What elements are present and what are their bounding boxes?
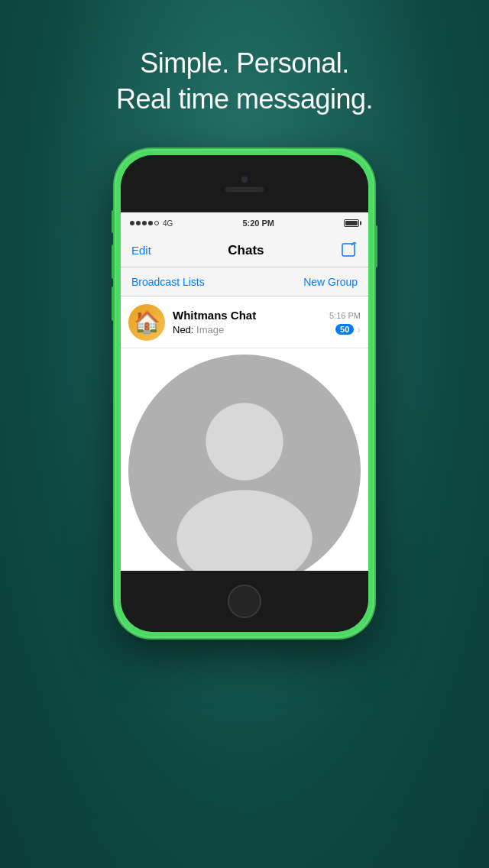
vol-down-button	[112, 287, 115, 321]
avatar-whitmans: 🏠	[128, 304, 165, 341]
signal-dot-2	[136, 221, 141, 225]
chat-top-whitmans: Whitmans Chat 5:16 PM	[173, 309, 361, 322]
camera	[241, 177, 248, 183]
time-display: 5:20 PM	[242, 219, 274, 228]
network-label: 4G	[163, 219, 173, 228]
battery-area	[344, 219, 359, 227]
signal-dot-4	[148, 221, 153, 225]
svg-point-4	[206, 403, 283, 480]
signal-dot-5	[154, 221, 159, 225]
nav-title: Chats	[228, 243, 264, 258]
phone-top	[121, 155, 368, 212]
chat-item-whitmans[interactable]: 🏠 Whitmans Chat 5:16 PM Ned: Image	[121, 296, 368, 348]
chat-preview-whitmans: Ned: Image	[173, 324, 331, 335]
phone-bottom	[121, 571, 368, 632]
headline: Simple. Personal. Real time messaging.	[0, 46, 489, 118]
phone-inner: 4G 5:20 PM Edit Chats	[121, 155, 368, 632]
unread-badge-whitmans: 50	[335, 324, 354, 335]
signal-dot-3	[142, 221, 147, 225]
chat-meta-whitmans: 50 ›	[335, 323, 361, 335]
avatar-zissou	[128, 355, 361, 571]
chat-bottom-whitmans: Ned: Image 50 ›	[173, 323, 361, 335]
speaker	[225, 187, 264, 192]
chat-item-zissou[interactable]: Team Zissou 5:02 PM Steve: Yeah, I think…	[121, 348, 368, 571]
new-group-button[interactable]: New Group	[303, 276, 358, 288]
status-bar: 4G 5:20 PM	[121, 212, 368, 234]
chevron-whitmans: ›	[357, 323, 361, 335]
power-button	[374, 225, 377, 267]
signal-dot-1	[130, 221, 134, 225]
signal-area: 4G	[130, 219, 173, 228]
phone-shell: 4G 5:20 PM Edit Chats	[115, 149, 374, 638]
svg-line-2	[355, 242, 356, 244]
signal-dots	[130, 221, 159, 225]
battery-icon	[344, 219, 359, 227]
edit-button[interactable]: Edit	[131, 244, 151, 257]
screen: 4G 5:20 PM Edit Chats	[121, 212, 368, 571]
action-bar: Broadcast Lists New Group	[121, 267, 368, 296]
chat-name-whitmans: Whitmans Chat	[173, 309, 256, 322]
svg-rect-0	[342, 244, 355, 256]
battery-fill	[345, 221, 358, 225]
broadcast-lists-button[interactable]: Broadcast Lists	[131, 276, 205, 288]
mute-button	[112, 210, 115, 233]
chat-content-whitmans: Whitmans Chat 5:16 PM Ned: Image 50 ›	[173, 309, 361, 335]
chat-list: 🏠 Whitmans Chat 5:16 PM Ned: Image	[121, 296, 368, 571]
chat-time-whitmans: 5:16 PM	[329, 311, 361, 320]
compose-button[interactable]	[341, 242, 358, 259]
vol-up-button	[112, 245, 115, 279]
home-button[interactable]	[228, 585, 261, 618]
nav-bar: Edit Chats	[121, 234, 368, 267]
